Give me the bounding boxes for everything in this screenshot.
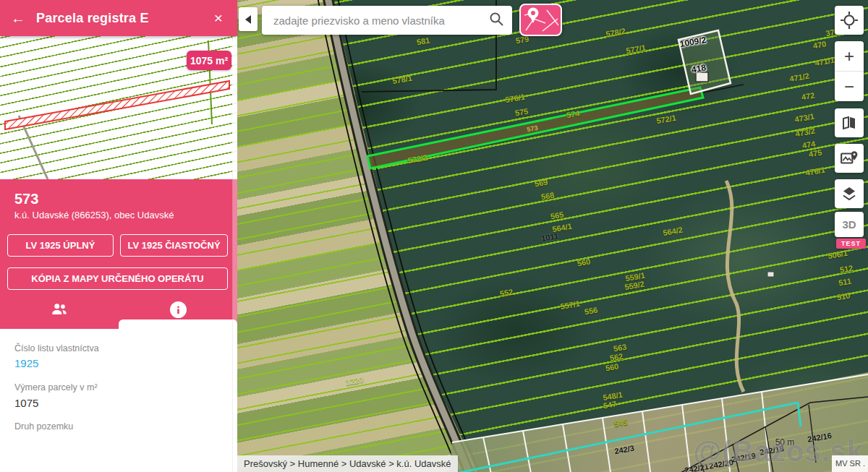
back-button[interactable]: ← bbox=[0, 10, 36, 27]
parcel-label: 471/2 bbox=[788, 72, 809, 84]
lv-full-button[interactable]: LV 1925 ÚPLNÝ bbox=[7, 234, 114, 257]
3d-button[interactable]: 3D bbox=[835, 212, 864, 237]
parcel-label: 242/21 bbox=[684, 462, 709, 472]
parcel-label: 510 bbox=[836, 291, 851, 301]
parcel-minimap[interactable]: 1075 m² bbox=[0, 36, 237, 179]
parcel-label: 578/1 bbox=[391, 74, 412, 86]
close-button[interactable]: × bbox=[200, 9, 237, 27]
zoom-in-button[interactable]: + bbox=[835, 41, 864, 71]
parcel-number: 573 bbox=[14, 191, 38, 207]
basemap-toggle-button[interactable] bbox=[835, 108, 864, 137]
search-icon[interactable] bbox=[488, 10, 505, 30]
scrollbar-thumb[interactable] bbox=[232, 40, 237, 173]
parcel-label: 418 bbox=[691, 62, 707, 74]
parcel-label: 564/2 bbox=[662, 226, 683, 238]
layers-button[interactable] bbox=[835, 179, 864, 208]
parcel-label: 473/1 bbox=[793, 112, 814, 124]
parcel-label: 578/2 bbox=[605, 27, 626, 39]
zbgis-app: 581579578/2577/1578/1576/1575574572/1572… bbox=[0, 0, 868, 472]
orthophoto-button[interactable] bbox=[835, 144, 864, 173]
parcel-label: 572/2 bbox=[407, 153, 427, 166]
locate-button[interactable] bbox=[835, 6, 864, 35]
parcel-label: 573 bbox=[527, 124, 539, 133]
parcel-label: 1220 bbox=[345, 375, 364, 387]
parcel-label: 471/1 bbox=[814, 56, 835, 68]
panel-title: Parcela registra E bbox=[36, 11, 200, 26]
parcel-label: 242/16 bbox=[807, 431, 832, 444]
breadcrumb[interactable]: Prešovský > Humenné > Udavské > k.ú. Uda… bbox=[237, 455, 458, 472]
parcel-label: 565 bbox=[550, 210, 564, 220]
scale-label: 50 m bbox=[775, 437, 795, 447]
parcel-details: Číslo listu vlastníctva 1925 Výmera parc… bbox=[0, 329, 237, 472]
detail-value: 1075 bbox=[14, 397, 38, 409]
parcel-label: 506/1 bbox=[827, 249, 848, 261]
parcel-label: 568 bbox=[540, 190, 555, 201]
detail-label: Výmera parcely v m² bbox=[14, 382, 98, 392]
map-mode-button[interactable] bbox=[519, 4, 562, 36]
parcel-label: 556 bbox=[584, 305, 598, 316]
copy-map-button[interactable]: KÓPIA Z MAPY URČENÉHO OPERÁTU bbox=[7, 267, 228, 290]
test-badge: TEST bbox=[836, 239, 866, 249]
parcel-label: 560 bbox=[605, 361, 619, 372]
parcel-label: 576/1 bbox=[504, 93, 525, 105]
parcel-label: 472 bbox=[801, 90, 815, 101]
parcel-label: 552 bbox=[499, 287, 514, 298]
search-bar bbox=[262, 6, 512, 35]
map-canvas[interactable]: 581579578/2577/1578/1576/1575574572/1572… bbox=[237, 0, 868, 472]
parcel-label: 512 bbox=[839, 263, 854, 274]
locate-icon bbox=[840, 11, 859, 30]
parcel-label: 569 bbox=[534, 177, 548, 188]
layers-icon bbox=[841, 185, 858, 202]
parcel-label: 557/1 bbox=[559, 299, 580, 312]
lv-number-link[interactable]: 1925 bbox=[14, 357, 38, 369]
detail-label: Číslo listu vlastníctva bbox=[14, 343, 99, 353]
people-icon bbox=[50, 299, 69, 321]
map-attribution: MV SR . bbox=[832, 455, 868, 472]
parcel-label: 242/3 bbox=[613, 444, 634, 456]
parcel-label: 564/1 bbox=[551, 222, 572, 234]
flip-map-icon bbox=[841, 114, 858, 132]
parcel-subtitle: k.ú. Udavské (866253), obec Udavské bbox=[14, 210, 174, 220]
map-labels: 581579578/2577/1578/1576/1575574572/1572… bbox=[237, 0, 868, 472]
parcel-label: 563 bbox=[613, 342, 627, 353]
sidebar-collapse-button[interactable] bbox=[239, 7, 258, 31]
active-tab-indicator bbox=[119, 319, 237, 329]
parcel-label: 562 bbox=[609, 351, 624, 362]
tab-owners[interactable] bbox=[0, 295, 119, 325]
parcel-label: 474 bbox=[801, 139, 816, 150]
parcel-label: 470 bbox=[812, 39, 827, 50]
parcel-info-section: 573 k.ú. Udavské (866253), obec Udavské … bbox=[0, 179, 237, 329]
lv-partial-button[interactable]: LV 1925 ČIASTOČNÝ bbox=[120, 234, 228, 257]
parcel-label: 476/1 bbox=[804, 166, 825, 178]
area-badge: 1075 m² bbox=[187, 51, 231, 70]
parcel-label: 511 bbox=[838, 277, 852, 288]
map-pin-icon bbox=[523, 6, 559, 35]
chevron-left-icon bbox=[245, 15, 251, 24]
zoom-control: + − bbox=[835, 41, 864, 101]
parcel-label: 1011 bbox=[540, 231, 559, 243]
minimap-selected-parcel bbox=[5, 81, 229, 129]
parcel-label: 574 bbox=[566, 108, 580, 119]
parcel-label: 545 bbox=[613, 417, 628, 428]
parcel-label: 572/1 bbox=[655, 113, 676, 126]
panel-header: ← Parcela registra E × bbox=[0, 0, 237, 36]
parcel-label: 559/2 bbox=[624, 280, 644, 292]
parcel-label: 1009/2 bbox=[679, 35, 707, 49]
zoom-out-button[interactable]: − bbox=[835, 72, 864, 101]
sidebar-scrollbar[interactable] bbox=[232, 36, 237, 472]
search-input[interactable] bbox=[273, 14, 488, 27]
detail-label: Druh pozemku bbox=[14, 421, 73, 432]
photo-map-pin-icon bbox=[840, 149, 859, 168]
parcel-label: 577/1 bbox=[625, 43, 646, 56]
parcel-label: 581 bbox=[416, 35, 430, 46]
parcel-label: 560 bbox=[576, 257, 591, 267]
parcel-panel: ← Parcela registra E × 1075 m² 573 k.ú. … bbox=[0, 0, 237, 472]
parcel-label: 559/1 bbox=[624, 271, 645, 283]
parcel-label: 547 bbox=[603, 399, 617, 410]
parcel-label: 242/19 bbox=[731, 451, 756, 464]
parcel-label: 242/20 bbox=[708, 458, 733, 471]
parcel-label: 473/2 bbox=[794, 126, 815, 139]
parcel-label: 548/1 bbox=[602, 390, 623, 403]
info-icon bbox=[170, 301, 187, 318]
parcel-label: 575 bbox=[514, 106, 529, 117]
